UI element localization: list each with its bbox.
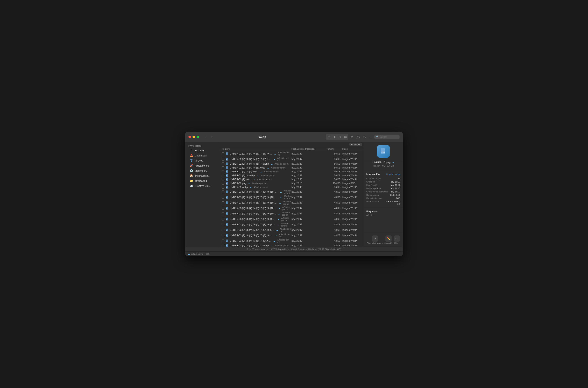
file-name-cell: W UNDER-03 (2) (3) (4) (5) (6) (7) (8) (… bbox=[222, 233, 292, 238]
file-checkbox[interactable] bbox=[222, 182, 224, 185]
file-list-scroll[interactable]: W UNDER-02 (2) (3) (4) (0) (6) (7) (8) (… bbox=[219, 151, 364, 247]
cloud-icon: ☁ bbox=[253, 178, 255, 181]
markup-action[interactable]: ✏️ Marcación bbox=[384, 235, 393, 244]
col-size[interactable]: Tamaño bbox=[326, 148, 342, 150]
gallery-view-button[interactable]: ▦ bbox=[343, 134, 348, 140]
minimize-button[interactable] bbox=[193, 136, 195, 138]
inspector-add-tag[interactable]: Añadir... bbox=[366, 214, 400, 216]
sidebar-item-dowloaded[interactable]: 📁 dowloaded bbox=[186, 178, 218, 183]
action-button[interactable]: ··· bbox=[368, 134, 373, 140]
file-row[interactable]: W UNDER-03 (2) (3) (4) (5) (6) (7) (8) (… bbox=[219, 205, 364, 211]
file-added-text: Añadido por mí bbox=[279, 233, 292, 238]
file-icon: W bbox=[226, 158, 229, 161]
tag-button[interactable] bbox=[362, 134, 367, 140]
file-type: Imagen WebP bbox=[342, 178, 362, 181]
file-checkbox[interactable] bbox=[222, 152, 224, 155]
more-action[interactable]: ··· Más... bbox=[394, 235, 400, 244]
file-checkbox[interactable] bbox=[222, 207, 224, 210]
file-row[interactable]: W UNDER-02.webp ☁ Añadido por mí hoy, 20… bbox=[219, 185, 364, 189]
file-checkbox[interactable] bbox=[222, 212, 224, 215]
inspector-detail-row: Dimensiones 6200×4800 bbox=[366, 194, 400, 196]
file-checkbox[interactable] bbox=[222, 240, 224, 242]
column-view-button[interactable]: ⊟ bbox=[337, 134, 342, 140]
search-input[interactable] bbox=[380, 136, 398, 138]
sidebar-item-descargas[interactable]: 📥 Descargas bbox=[186, 153, 218, 158]
file-row[interactable]: W UNDER-03 (2) (3) (4) (5) (6) (7) (8) (… bbox=[219, 233, 364, 238]
rotate-action[interactable]: ↺ Girar a la izquierda bbox=[367, 235, 383, 244]
col-type[interactable]: Clase bbox=[342, 148, 362, 150]
tag-icon bbox=[363, 135, 366, 139]
file-checkbox[interactable] bbox=[222, 174, 224, 177]
sidebar-item-creativeclo[interactable]: ☁️ Creative Clo... bbox=[186, 183, 218, 188]
file-row[interactable]: W UNDER-03 (2) (3) (4) (5) (6) (7).webp … bbox=[219, 244, 364, 247]
file-row[interactable]: W UNDER-02 (2) (3) (4) (5) (6) (7) (8).w… bbox=[219, 156, 364, 162]
sidebar-item-escritorio[interactable]: 🖥 Escritorio bbox=[186, 148, 218, 153]
svg-text:W: W bbox=[226, 213, 227, 215]
col-name[interactable]: Nombre bbox=[222, 148, 292, 150]
options-button[interactable]: Opciones bbox=[349, 143, 362, 146]
file-added-text: Añadido por mí bbox=[280, 228, 292, 232]
file-size: 56 KB bbox=[326, 152, 342, 155]
sidebar-item-airdrop[interactable]: AirDrop bbox=[186, 158, 218, 163]
fullscreen-button[interactable] bbox=[197, 136, 199, 138]
file-row[interactable]: W UNDER-03 (2) (3) (4) (5) (6) (7) (8) (… bbox=[219, 200, 364, 205]
inspector-row-label: Compartido por bbox=[366, 177, 381, 180]
sidebar-item-macintosh[interactable]: 💿 Macintosh... bbox=[186, 168, 218, 173]
file-row[interactable]: W UNDER-03 (2) (3) (4) (5) (6) (7) (8) (… bbox=[219, 194, 364, 200]
file-icon: W bbox=[226, 166, 229, 169]
file-checkbox[interactable] bbox=[222, 234, 224, 237]
file-row[interactable]: W UNDER-02 (2) (3).webp ☁ Añadido por mí… bbox=[219, 173, 364, 177]
sort-button[interactable] bbox=[349, 134, 355, 140]
icloud-icon: ☁ bbox=[188, 253, 190, 255]
cloud-icon: ☁ bbox=[273, 158, 275, 160]
inspector-actions: ↺ Girar a la izquierda ✏️ Marcación ··· … bbox=[364, 233, 403, 247]
sidebar-item-cristinacasa[interactable]: 🏠 cristinacasa... bbox=[186, 173, 218, 178]
file-row[interactable]: W UNDER-02 (2).webp ☁ Añadido por mí hoy… bbox=[219, 177, 364, 181]
file-checkbox[interactable] bbox=[222, 244, 224, 247]
file-row[interactable]: W UNDER-02 (2) (3) (4) (5) (6) (7).webp … bbox=[219, 162, 364, 166]
file-row[interactable]: W UNDER-02 (2) (3) (4).webp ☁ Añadido po… bbox=[219, 170, 364, 173]
file-checkbox[interactable] bbox=[222, 163, 224, 165]
file-checkbox[interactable] bbox=[222, 186, 224, 189]
file-added-text: Añadido por mí bbox=[257, 178, 272, 181]
show-less-link[interactable]: Mostrar menos bbox=[386, 173, 400, 175]
file-row[interactable]: W UNDER-02 (2) (3) (4) (5) (6).webp ☁ Añ… bbox=[219, 166, 364, 170]
inspector-row-label: Perfil de color bbox=[366, 200, 379, 205]
cloud-icon: ☁ bbox=[267, 167, 269, 169]
file-checkbox[interactable] bbox=[222, 170, 224, 173]
file-row[interactable]: P UNDER-02.png ☁ Añadido por mí hoy, 20:… bbox=[219, 181, 364, 185]
file-checkbox[interactable] bbox=[222, 178, 224, 181]
file-checkbox[interactable] bbox=[222, 229, 224, 231]
file-row[interactable]: W UNDER-03 (2) (3) (4) (5) (6) (7) (8) (… bbox=[219, 227, 364, 233]
cloud-icon: ☁ bbox=[275, 235, 277, 237]
file-row[interactable]: W UNDER-02 (2) (3) (4) (0) (6) (7) (8) (… bbox=[219, 151, 364, 156]
file-row[interactable]: W UNDER-03 (2) (3) (4) (5) (6) (7) (8).w… bbox=[219, 238, 364, 244]
file-checkbox[interactable] bbox=[222, 196, 224, 199]
file-added-text: Añadido por mí bbox=[274, 163, 289, 165]
file-row[interactable]: W UNDER-03 (2) (3) (4) (5) (6) (7) (8) (… bbox=[219, 211, 364, 216]
share-button[interactable] bbox=[356, 134, 361, 140]
col-modified[interactable]: Fecha de modificación bbox=[292, 148, 326, 150]
close-button[interactable] bbox=[188, 136, 191, 138]
file-row[interactable]: W UNDER-03 (2) (3) (4) (5) (6) (7) (8) (… bbox=[219, 189, 364, 194]
file-row[interactable]: W UNDER-03 (2) (3) (4) (5) (6) (7) (8) (… bbox=[219, 222, 364, 227]
file-checkbox[interactable] bbox=[222, 166, 224, 169]
path-item-icloud[interactable]: iCloud Drive bbox=[191, 253, 203, 255]
file-checkbox[interactable] bbox=[222, 218, 224, 220]
file-checkbox[interactable] bbox=[222, 223, 224, 226]
file-checkbox[interactable] bbox=[222, 201, 224, 204]
file-checkbox[interactable] bbox=[222, 191, 224, 193]
file-checkbox[interactable] bbox=[222, 158, 224, 161]
icon-view-button[interactable]: ⊞ bbox=[326, 134, 332, 140]
file-date: hoy, 20:47 bbox=[292, 170, 326, 173]
file-area: Opciones Nombre Fecha de modificación Ta… bbox=[219, 142, 364, 247]
file-added-text: Añadido por mí bbox=[274, 244, 289, 247]
file-name-cell: W UNDER-03 (2) (3) (4) (5) (6) (7) (8) (… bbox=[222, 200, 292, 205]
sidebar-item-aplicaciones[interactable]: 🚀 Aplicaciones bbox=[186, 163, 218, 168]
sidebar-item-label-creativeclo: Creative Clo... bbox=[195, 184, 211, 187]
view-controls: ⊞ ≡ ⊟ ▦ bbox=[326, 134, 348, 140]
file-row[interactable]: W UNDER-03 (2) (3) (4) (5) (6) (7) (8) (… bbox=[219, 216, 364, 222]
cloud-icon: ☁ bbox=[274, 153, 276, 155]
list-view-button[interactable]: ≡ bbox=[332, 134, 337, 140]
path-item-ct[interactable]: c&t bbox=[206, 253, 209, 255]
